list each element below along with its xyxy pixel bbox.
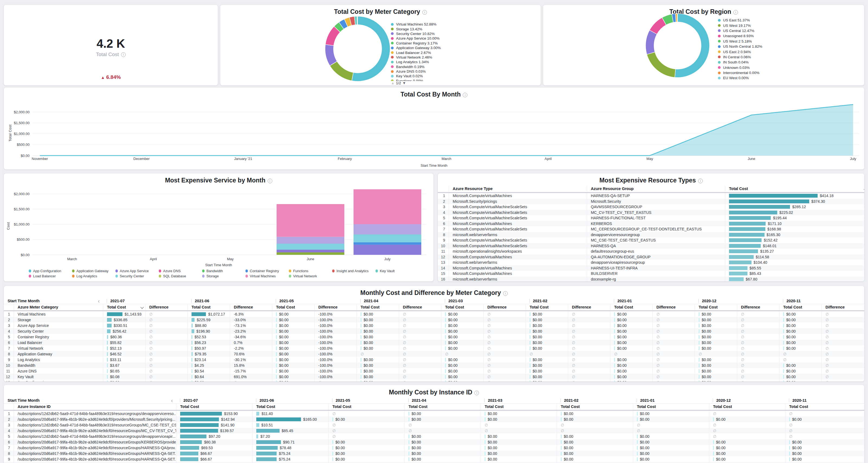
info-icon[interactable]: i [422,10,427,15]
legend-item[interactable]: IN South 0.04% [718,60,762,65]
info-icon[interactable]: i [733,10,738,15]
legend-item[interactable]: Storage [202,274,245,278]
month-label: 2021-02 [533,299,547,303]
legend-item[interactable]: US West 19.17% [718,23,762,28]
legend-item[interactable]: Azure App Service 10.00% [391,36,441,41]
null-value: ∅ [149,375,153,379]
legend-item[interactable]: IN Central 0.06% [718,55,762,60]
cost-value: $0.00 [702,318,711,322]
stack-segment-security-center[interactable] [353,234,421,242]
stack-segment-application-gateway[interactable] [277,252,344,255]
legend-item[interactable]: US East 51.37% [718,18,762,23]
donut-slice-security-center[interactable] [325,45,337,66]
legend-item[interactable]: Log Analytics 1.34% [391,60,441,64]
stack-segment-security-center[interactable] [277,244,344,250]
donut-slice-storage[interactable] [330,61,353,81]
legend-item[interactable]: Security Center [116,274,159,278]
cost-bar [191,352,193,356]
stack-segment-virtual-machines[interactable] [277,204,344,237]
info-icon[interactable]: i [698,179,703,183]
stack-segment-azure-app-service[interactable] [353,245,421,255]
cost-bar [361,375,362,379]
legend-item[interactable]: Application Gateway [72,269,116,273]
month-label: 2021-03 [488,398,502,403]
legend-item[interactable]: US West 2 5.18% [718,39,762,44]
legend-item[interactable]: Insight and Analytics [332,269,375,273]
null-value: ∅ [741,329,744,334]
legend-item[interactable]: Virtual Machines 52.88% [391,22,441,27]
legend-item[interactable]: SQL Database [159,274,202,278]
info-icon[interactable]: i [474,390,479,395]
total-cost-cell: $0.00 [356,311,399,317]
legend-item[interactable]: Functions [289,269,332,273]
donut-slice-virtual-machines[interactable] [352,16,390,81]
scroll-left-icon[interactable]: ‹ [98,299,100,302]
legend-dot [718,77,721,80]
donut-slice-us-east-2[interactable] [675,13,677,22]
legend-item[interactable]: Log Analytics [72,274,116,278]
difference-cell: ∅ [568,345,610,351]
legend-item[interactable]: Intercontinental 0.00% [718,70,762,75]
legend-label: Azure DNS 0.03% [396,69,426,74]
legend-item[interactable]: Virtual Network [289,274,332,278]
legend-item[interactable]: US North Central 1.82% [718,44,762,49]
donut-slice-us-east[interactable] [675,13,710,78]
info-icon[interactable]: i [503,291,508,296]
legend-label: Load Balancer 2.67% [396,51,431,55]
stack-segment-azure-app-service[interactable] [277,250,344,252]
sort-descending-icon[interactable] [864,187,864,190]
legend-item[interactable]: Storage 13.42% [391,27,441,31]
monthly-cost-by-meter-category-card: Monthly Cost and Difference by Meter Cat… [4,286,864,381]
legend-item[interactable]: Functions 0.00% [391,79,441,81]
cost-bar [191,364,192,367]
row-number: 6 [4,439,13,445]
legend-item[interactable]: Virtual Network 2.46% [391,55,441,60]
total-cost-cell: $0.00 [526,328,568,334]
legend-item[interactable]: EU West 0.00% [718,75,762,81]
legend-item[interactable]: US Central 12.47% [718,28,762,33]
stack-segment-container-registry[interactable] [353,242,421,245]
cost-value: $0.00 [411,451,421,456]
cost-value: $0.00 [364,369,373,373]
legend-item[interactable]: US East 2 0.94% [718,49,762,54]
stack-segment-storage[interactable] [277,237,344,244]
legend-item[interactable]: Azure DNS 0.03% [391,69,441,74]
cost-bar [561,417,562,421]
stack-segment-virtual-machines[interactable] [353,189,421,224]
donut-slice-us-central[interactable] [646,30,657,55]
cost-bar [191,346,192,350]
legend-item[interactable]: Container Registry 3.17% [391,41,441,46]
null-value: ∅ [713,411,716,416]
legend-item[interactable]: Bandwidth 0.19% [391,64,441,69]
difference-cell: ∅ [399,368,441,374]
donut-slice-us-west[interactable] [647,52,676,78]
sub-column-header: Total Cost [176,404,252,410]
info-icon[interactable]: i [121,52,126,57]
legend-item[interactable]: Application Gateway 3.00% [391,46,441,50]
difference-cell: ∅ [822,340,864,345]
legend-item[interactable]: Unassigned 8.93% [718,33,762,38]
legend-item[interactable]: Unknown 0.03% [718,65,762,70]
null-value: ∅ [487,335,491,339]
legend-item[interactable]: Azure DNS [159,269,202,273]
stack-segment-storage[interactable] [353,224,421,234]
legend-item[interactable]: Key Vault [375,269,419,273]
legend-label: Load Balancer [33,274,56,278]
total-cost-cell: $33.11 [103,357,145,363]
legend-item[interactable]: Azure App Service [116,269,159,273]
sort-icon[interactable] [140,306,144,309]
cost-value: $0.00 [564,434,573,439]
legend-item[interactable]: Container Registry [245,269,289,273]
legend-item[interactable]: Security Center 10.82% [391,31,441,36]
legend-page-down-icon[interactable]: ▼ [402,81,406,85]
legend-item[interactable]: Load Balancer [29,274,72,278]
table-row: 8Application Gateway$46.52∅$79.3570.6%$0… [4,351,864,357]
scroll-left-icon[interactable]: ‹ [171,399,173,402]
legend-item[interactable]: Virtual Machines [245,274,289,278]
cost-bar [445,369,446,373]
legend-item[interactable]: App Configuration [29,269,72,273]
legend-item[interactable]: Load Balancer 2.67% [391,50,441,55]
legend-page-up-icon[interactable]: ▲ [391,81,395,85]
legend-item[interactable]: Key Vault 0.02% [391,74,441,78]
legend-item[interactable]: Bandwidth [202,269,245,273]
